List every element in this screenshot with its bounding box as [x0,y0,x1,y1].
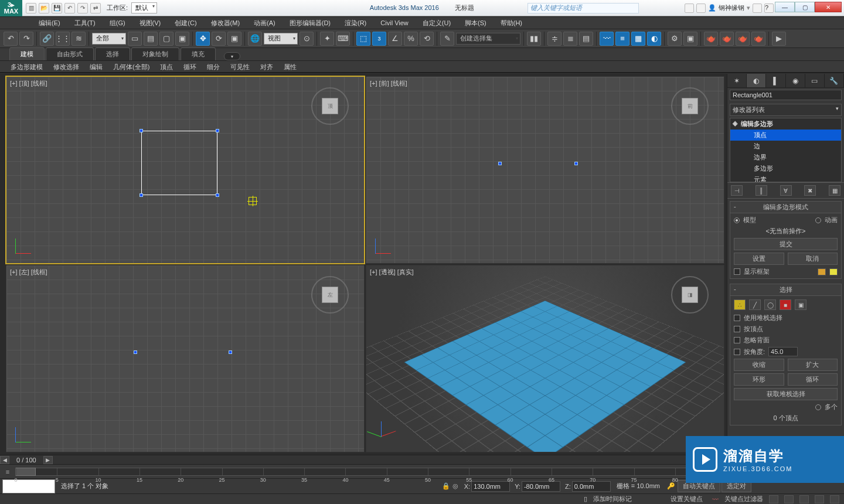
angle-field[interactable]: 45.0 [768,347,798,356]
ring-button[interactable]: 环形 [734,373,784,386]
border-subobj-icon[interactable]: ◯ [764,299,776,310]
isolate-icon[interactable]: ◎ [452,482,458,490]
anim-radio[interactable] [815,217,821,223]
remove-mod-icon[interactable]: ✖ [804,185,816,196]
create-tab-icon[interactable]: ✶ [727,74,747,87]
play-icon[interactable] [799,495,809,503]
edit-named-sel-button[interactable]: ✎ [440,32,454,46]
viewport-perspective[interactable]: [+] [透视] [真实] ◨ [366,265,724,452]
maximize-button[interactable]: ▢ [795,2,815,12]
stack-subobject[interactable]: 元素 [730,174,841,182]
ribbon-panel-item[interactable]: 细分 [202,62,224,72]
grow-button[interactable]: 扩大 [788,359,838,371]
ribbon-panel-item[interactable]: 多边形建模 [6,62,47,72]
scale-button[interactable]: ▣ [227,32,241,46]
viewcube-face[interactable]: ◨ [682,287,698,303]
vertex[interactable] [498,162,502,165]
viewport-label[interactable]: [+] [透视] [真实] [370,268,414,277]
stack-subobject[interactable]: 边 [730,141,841,152]
add-marker-label[interactable]: 添加时间标记 [593,495,632,503]
cage-color2[interactable] [829,268,838,275]
layers-button[interactable]: ≣ [563,32,577,46]
teapot4-icon[interactable]: 🫖 [751,32,765,46]
ribbon-panel-item[interactable]: 编辑 [85,62,107,72]
menu-item[interactable]: 动画(A) [247,16,283,29]
move-button[interactable]: ✥ [196,32,210,46]
x-field[interactable]: 130.0mm [471,481,510,492]
selection-filter-dropdown[interactable]: 全部 [92,33,126,45]
play-start-icon[interactable] [769,495,778,503]
multi-radio[interactable] [815,404,821,410]
hierarchy-tab-icon[interactable]: ▌ [766,74,785,87]
color-swatch[interactable] [2,479,55,493]
utilities-tab-icon[interactable]: 🔧 [825,74,844,87]
motion-tab-icon[interactable]: ◉ [786,74,805,87]
app-icon[interactable]: 3▸MAX [0,0,22,16]
loop-button[interactable]: 循环 [788,373,838,386]
select-region-button[interactable]: ▢ [159,32,173,46]
vertex[interactable] [139,193,143,197]
mirror-button[interactable]: ▮▮ [527,32,541,46]
viewcube[interactable]: 前 [671,87,709,125]
viewport-label[interactable]: [+] [前] [线框] [370,79,407,88]
display-tab-icon[interactable]: ▭ [805,74,825,87]
scroll-left-icon[interactable]: ◀ [0,456,9,464]
menu-item[interactable]: 编辑(E) [32,16,67,29]
redo-icon[interactable]: ↷ [77,3,88,13]
viewcube[interactable]: ◨ [671,276,709,314]
rectangle-object[interactable] [141,131,217,195]
ribbon-panel-item[interactable]: 属性 [279,62,301,72]
curve-editor-button[interactable]: 〰 [600,32,614,46]
help-icon[interactable]: ? [764,4,774,13]
minimize-button[interactable]: — [775,2,795,12]
menu-item[interactable]: 视图(V) [132,16,168,29]
ribbon-tab[interactable]: 自由形式 [46,47,94,60]
pin-stack-icon[interactable]: ⊣ [731,185,743,196]
teapot1-icon[interactable]: 🫖 [704,32,718,46]
by-angle-check[interactable] [734,349,740,355]
viewcube[interactable]: 顶 [311,87,349,125]
element-subobj-icon[interactable]: ▣ [795,299,806,310]
by-vertex-check[interactable] [734,326,740,332]
vertex[interactable] [134,350,137,354]
layer-explorer-button[interactable]: ▤ [579,32,593,46]
select-name-button[interactable]: ▤ [144,32,158,46]
play-prev-icon[interactable] [784,495,794,503]
render-button[interactable]: ▶ [772,32,786,46]
teapot3-icon[interactable]: 🫖 [736,32,750,46]
vertex[interactable] [139,129,143,132]
stack-modifier[interactable]: 编辑多边形 [730,118,841,130]
rollout-header[interactable]: 编辑多边形模式 [730,202,841,213]
infocenter-icon[interactable] [685,4,694,13]
ribbon-panel-item[interactable]: 循环 [179,62,201,72]
use-stack-check[interactable] [734,315,740,321]
vertex[interactable] [216,193,219,197]
render-setup-button[interactable]: ⚙ [668,32,682,46]
viewcube[interactable]: 左 [311,276,349,314]
vertex[interactable] [574,162,578,165]
play-next-icon[interactable] [815,495,824,503]
viewcube-face[interactable]: 前 [682,98,698,114]
schematic-button[interactable]: ▦ [631,32,645,46]
poly-subobj-icon[interactable]: ■ [780,299,791,310]
show-cage-check[interactable] [734,268,740,275]
model-radio[interactable] [734,217,740,223]
link-button[interactable]: 🔗 [40,32,54,46]
unlink-button[interactable]: ⋮⋮ [56,32,70,46]
ribbon-panel-item[interactable]: 几何体(全部) [108,62,154,72]
vertex[interactable] [229,350,232,354]
menu-item[interactable]: 脚本(S) [458,16,494,29]
scroll-right-icon[interactable]: ▶ [43,456,53,464]
vertex[interactable] [216,129,219,132]
menu-item[interactable]: Civil View [373,16,415,29]
cancel-button[interactable]: 取消 [788,253,838,265]
new-icon[interactable]: ▥ [26,3,36,13]
spinner-snap-button[interactable]: ⟲ [420,32,434,46]
ref-coord-dropdown[interactable]: 视图 [264,33,298,45]
viewport-label[interactable]: [+] [左] [线框] [10,268,47,277]
menu-item[interactable]: 渲染(R) [338,16,373,29]
modifier-stack[interactable]: 编辑多边形顶点边边界多边形元素Rectangle [730,118,842,182]
setkey-button[interactable]: 设置关键点 [667,494,706,504]
ribbon-tab[interactable]: 填充 [181,47,216,60]
ignore-back-check[interactable] [734,337,740,343]
